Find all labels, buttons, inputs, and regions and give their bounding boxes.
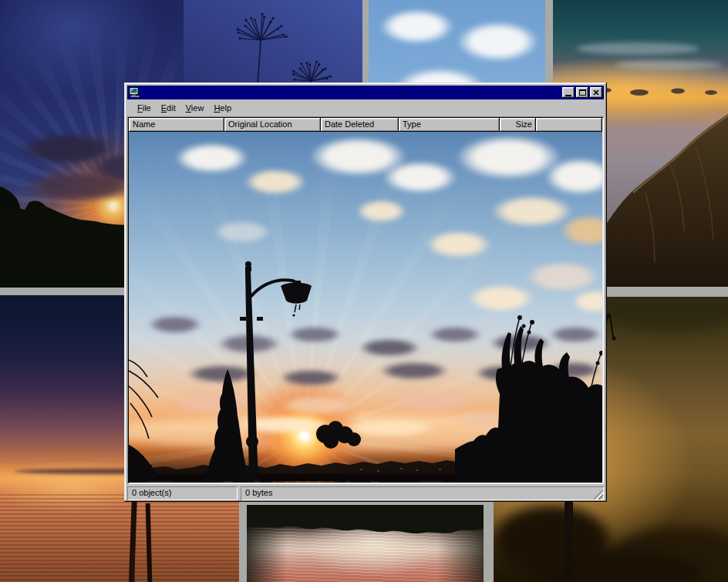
status-bar: 0 object(s) 0 bytes <box>127 486 604 500</box>
recycle-bin-window: FileEditViewHelp NameOriginal LocationDa… <box>124 82 607 502</box>
close-icon <box>593 90 599 96</box>
computer-icon <box>129 87 141 98</box>
column-header-original-location[interactable]: Original Location <box>224 118 321 132</box>
wallpaper-water-reflection-photo <box>247 505 484 582</box>
column-header-blank[interactable] <box>536 118 602 132</box>
close-button[interactable] <box>590 87 602 98</box>
caption-buttons <box>561 87 602 98</box>
minimize-button[interactable] <box>562 87 575 98</box>
column-header-type[interactable]: Type <box>399 118 500 132</box>
desktop: FileEditViewHelp NameOriginal LocationDa… <box>0 0 728 582</box>
status-size-text: 0 bytes <box>245 488 272 497</box>
maximize-button[interactable] <box>576 87 588 98</box>
menu-bar: FileEditViewHelp <box>127 99 604 116</box>
menu-item-file[interactable]: File <box>133 102 157 115</box>
cloud <box>380 9 453 44</box>
column-header-name[interactable]: Name <box>129 118 224 132</box>
column-header-row: NameOriginal LocationDate DeletedTypeSiz… <box>129 118 602 132</box>
maximize-icon <box>579 89 586 96</box>
status-object-count: 0 object(s) <box>127 486 238 500</box>
silhouette-layer <box>129 132 602 481</box>
cloud <box>457 22 538 62</box>
column-header-date-deleted[interactable]: Date Deleted <box>321 118 399 132</box>
listview-body-photo[interactable] <box>129 132 602 483</box>
minimize-icon <box>565 95 571 96</box>
list-view: NameOriginal LocationDate DeletedTypeSiz… <box>127 116 604 484</box>
column-header-size[interactable]: Size <box>500 118 536 132</box>
menu-item-help[interactable]: Help <box>209 102 237 115</box>
resize-grip[interactable] <box>593 489 603 500</box>
status-size: 0 bytes <box>241 486 604 500</box>
menu-item-edit[interactable]: Edit <box>157 102 181 115</box>
menu-item-view[interactable]: View <box>181 102 210 115</box>
treeline-reflection <box>247 505 484 582</box>
title-bar[interactable] <box>127 86 604 99</box>
